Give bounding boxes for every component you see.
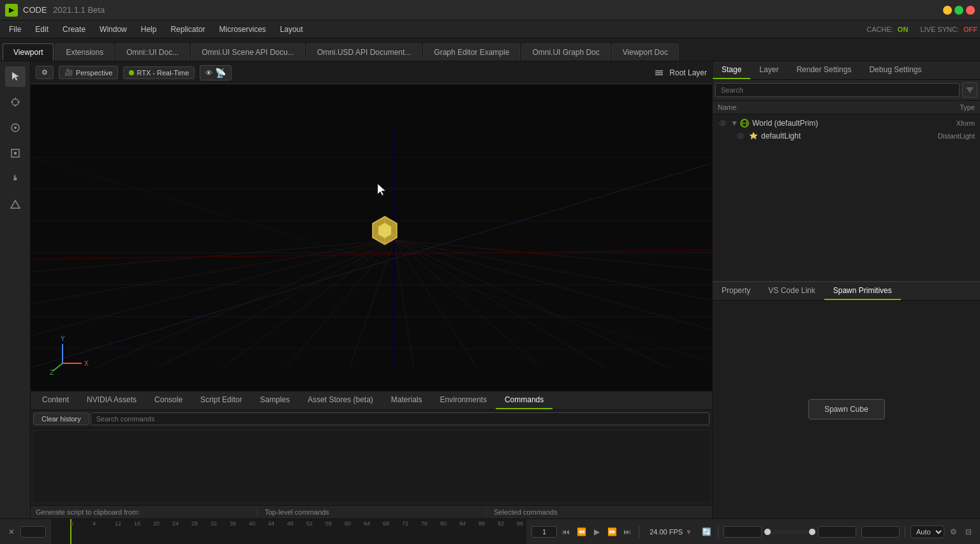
menu-window[interactable]: Window (93, 22, 133, 36)
viewport[interactable]: ⚙ 🎥 Perspective RTX - Real-Time 👁 📡 (31, 61, 712, 391)
perspective-button[interactable]: 🎥 Perspective (59, 66, 118, 79)
stage-tab-debug[interactable]: Debug Settings (860, 61, 930, 79)
timeline-collapse-button[interactable]: ⊟ (962, 525, 975, 538)
rtx-label: RTX - Real-Time (137, 69, 189, 77)
select-tool-button[interactable] (5, 66, 26, 87)
timeline: ✕ 1 0 4 12 16 20 24 28 32 36 40 44 48 52… (0, 518, 980, 544)
tab-samples[interactable]: Samples (251, 391, 299, 409)
prev-frame-button[interactable]: ⏪ (575, 525, 588, 538)
prop-tab-vscode[interactable]: VS Code Link (759, 282, 824, 300)
svg-line-51 (53, 363, 63, 371)
timeline-settings-button[interactable]: ⚙ (947, 525, 960, 538)
main-layout: ⚙ 🎥 Perspective RTX - Real-Time 👁 📡 (0, 61, 980, 544)
filter-button[interactable] (962, 82, 977, 98)
search-commands-input[interactable] (91, 412, 709, 425)
root-layer-label: Root Layer (669, 68, 707, 77)
menu-help[interactable]: Help (135, 22, 163, 36)
close-button[interactable] (966, 6, 975, 15)
range-slider-handle-right[interactable] (809, 529, 815, 535)
menu-layout[interactable]: Layout (274, 22, 309, 36)
transform-tool-button[interactable] (5, 92, 26, 112)
tab-graph-editor[interactable]: Graph Editor Example (423, 43, 520, 61)
stage-tab-layer[interactable]: Layer (750, 61, 787, 79)
tree-item-defaultlight[interactable]: defaultLight DistantLight (715, 130, 977, 142)
tab-console[interactable]: Console (145, 391, 191, 409)
range-inputs: 0 100 100 (724, 526, 900, 538)
separator (639, 525, 639, 538)
menu-replicator[interactable]: Replicator (164, 22, 211, 36)
menu-file[interactable]: File (3, 22, 27, 36)
axis-indicator: Y X Z (50, 331, 94, 378)
light-visibility-button[interactable] (736, 131, 746, 141)
loop-button[interactable]: 🔄 (700, 525, 713, 538)
spawn-cube-button[interactable]: Spawn Cube (808, 399, 885, 419)
menu-edit[interactable]: Edit (29, 22, 55, 36)
tab-content[interactable]: Content (33, 391, 78, 409)
tab-commands[interactable]: Commands (496, 391, 553, 409)
minimize-button[interactable] (943, 6, 952, 15)
stage-tab-render[interactable]: Render Settings (787, 61, 860, 79)
rotate-tool-button[interactable] (5, 117, 26, 138)
next-frame-button[interactable]: ⏩ (605, 525, 618, 538)
tab-extensions[interactable]: Extensions (55, 43, 114, 61)
app-icon: ▶ (5, 4, 18, 17)
frame-end-button[interactable]: ⏭ (621, 525, 634, 538)
stage-tabs: Stage Layer Render Settings Debug Settin… (713, 61, 980, 80)
stage-search-area (713, 80, 980, 101)
svg-point-0 (12, 99, 19, 105)
range-end-input[interactable]: 100 (818, 526, 856, 538)
snap-tool-button[interactable] (5, 194, 26, 215)
current-frame-input[interactable]: 1 (20, 526, 46, 538)
timeline-ruler[interactable]: 0 4 12 16 20 24 28 32 36 40 44 48 52 56 … (51, 519, 526, 545)
move-tool-button[interactable] (5, 169, 26, 189)
svg-text:Z: Z (50, 369, 54, 376)
frame-start-input[interactable] (531, 526, 557, 538)
menu-create[interactable]: Create (56, 22, 92, 36)
stage-header: Name Type (713, 101, 980, 114)
stage-search-input[interactable] (715, 83, 960, 97)
maximize-button[interactable] (954, 6, 963, 15)
range-end-input2[interactable]: 100 (861, 526, 900, 538)
tab-nvidia-assets[interactable]: NVIDIA Assets (78, 391, 145, 409)
auto-select[interactable]: Auto (910, 525, 944, 538)
play-button[interactable]: ▶ (590, 525, 603, 538)
rtx-button[interactable]: RTX - Real-Time (123, 66, 195, 79)
world-visibility-button[interactable] (718, 118, 728, 128)
viewport-toolbar: ⚙ 🎥 Perspective RTX - Real-Time 👁 📡 (31, 61, 712, 84)
scale-tool-button[interactable] (5, 143, 26, 163)
tab-script-editor[interactable]: Script Editor (191, 391, 251, 409)
tab-materials[interactable]: Materials (382, 391, 431, 409)
prop-tab-spawn[interactable]: Spawn Primitives (824, 282, 901, 300)
tab-omniui-doc[interactable]: Omni::UI Doc... (115, 43, 189, 61)
tab-asset-stores[interactable]: Asset Stores (beta) (299, 391, 382, 409)
menu-microservices[interactable]: Microservices (212, 22, 272, 36)
commands-footer: Generate script to clipboard from: Top-l… (31, 505, 712, 518)
tab-graph-doc[interactable]: Omni.UI Graph Doc (521, 43, 610, 61)
tab-viewport[interactable]: Viewport (3, 43, 54, 61)
top-level-commands-label: Top-level commands (256, 508, 478, 516)
range-start-input[interactable]: 0 (724, 526, 762, 538)
right-panel: Stage Layer Render Settings Debug Settin… (712, 61, 980, 518)
left-toolbar (0, 61, 31, 518)
tab-viewport-doc[interactable]: Viewport Doc (612, 43, 679, 61)
prop-tab-property[interactable]: Property (713, 282, 759, 300)
tree-item-world[interactable]: ▼ World (defaultPrim) Xform (715, 117, 977, 130)
broadcast-button[interactable]: 👁 📡 (200, 65, 232, 80)
tab-scene-api[interactable]: Omni.UI Scene API Docu... (191, 43, 305, 61)
stage-tab-stage[interactable]: Stage (713, 61, 750, 79)
timeline-close-button[interactable]: ✕ (5, 525, 18, 538)
range-slider-handle-left[interactable] (764, 529, 771, 535)
range-slider[interactable] (764, 530, 815, 534)
frame-back-button[interactable]: ⏮ (560, 525, 572, 538)
tab-environments[interactable]: Environments (431, 391, 496, 409)
world-expand-button[interactable]: ▼ (731, 119, 739, 128)
clear-history-button[interactable]: Clear history (33, 412, 89, 425)
camera-icon: 🎥 (64, 68, 73, 77)
settings-icon: ⚙ (41, 68, 48, 77)
center-row: ⚙ 🎥 Perspective RTX - Real-Time 👁 📡 (0, 61, 980, 518)
tab-usd-api[interactable]: Omni.USD API Document... (306, 43, 422, 61)
svg-point-6 (14, 126, 17, 129)
separator2 (718, 525, 718, 538)
timeline-controls: ✕ 1 (0, 525, 51, 538)
viewport-settings-button[interactable]: ⚙ (36, 66, 54, 79)
